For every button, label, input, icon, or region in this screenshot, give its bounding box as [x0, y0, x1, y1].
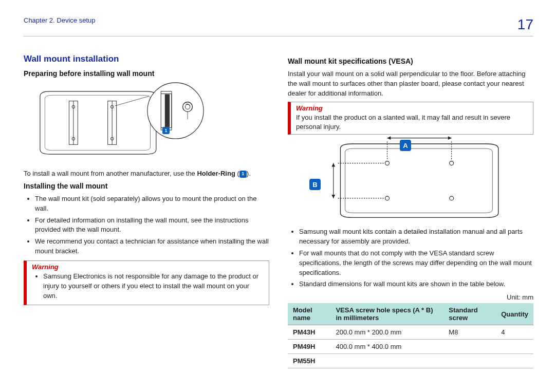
warning-text: If you install the product on a slanted … — [296, 113, 528, 133]
cell-spec: 200.0 mm * 200.0 mm — [330, 325, 443, 340]
cell-qty — [496, 354, 533, 368]
svg-point-16 — [450, 161, 454, 165]
svg-marker-23 — [448, 137, 452, 140]
vesa-bullets: Samsung wall mount kits contain a detail… — [288, 227, 533, 289]
holder-ring-bold: Holder-Ring — [197, 170, 235, 177]
caption-text: ( — [235, 170, 239, 177]
cell-model: PM49H — [288, 340, 330, 354]
caption-text: To install a wall mount from another man… — [24, 170, 197, 177]
chapter-label: Chapter 2. Device setup — [24, 16, 95, 24]
list-item: We recommend you contact a technician fo… — [35, 237, 269, 256]
table-row: PM55H — [288, 354, 533, 368]
cell-qty — [496, 340, 533, 354]
dimension-label-B: B — [309, 179, 321, 190]
list-item: Samsung Electronics is not responsible f… — [43, 272, 264, 301]
cell-qty: 4 — [496, 325, 533, 340]
warning-box-right: Warning If you install the product on a … — [288, 102, 533, 135]
th-screw: Standard screw — [443, 303, 496, 325]
table-row: PM43H 200.0 mm * 200.0 mm M8 4 — [288, 325, 533, 340]
caption-text: ). — [247, 170, 251, 177]
svg-rect-11 — [165, 94, 170, 127]
installing-bullets: The wall mount kit (sold separately) all… — [24, 194, 269, 256]
svg-marker-22 — [387, 137, 391, 140]
table-row: PM49H 400.0 mm * 400.0 mm — [288, 340, 533, 354]
list-item: For wall mounts that do not comply with … — [299, 249, 533, 278]
vesa-intro: Install your wall mount on a solid wall … — [288, 69, 533, 99]
th-spec: VESA screw hole specs (A * B) in millime… — [330, 303, 443, 325]
page-header: Chapter 2. Device setup 17 — [24, 16, 533, 36]
unit-label: Unit: mm — [288, 293, 533, 301]
cell-spec: 400.0 mm * 400.0 mm — [330, 340, 443, 354]
table-header-row: Model name VESA screw hole specs (A * B)… — [288, 303, 533, 325]
device-rear-illustration — [24, 82, 269, 164]
svg-marker-28 — [331, 195, 335, 199]
holder-ring-caption: To install a wall mount from another man… — [24, 169, 269, 179]
vesa-spec-table: Model name VESA screw hole specs (A * B)… — [288, 303, 533, 368]
figure-wall-mount-prep: 1 — [24, 82, 269, 164]
section-title: Wall mount installation — [24, 54, 269, 64]
svg-point-18 — [450, 196, 454, 200]
warning-list: Samsung Electronics is not responsible f… — [32, 272, 264, 301]
svg-marker-27 — [331, 163, 335, 167]
subheading-vesa: Wall mount kit specifications (VESA) — [288, 57, 533, 65]
list-item: For detailed information on installing t… — [35, 216, 269, 235]
cell-model: PM55H — [288, 354, 330, 368]
page-number: 17 — [517, 16, 533, 33]
subheading-installing: Installing the wall mount — [24, 182, 269, 190]
th-qty: Quantity — [496, 303, 533, 325]
list-item: The wall mount kit (sold separately) all… — [35, 194, 269, 214]
cell-screw — [443, 354, 496, 368]
list-item: Standard dimensions for wall mount kits … — [299, 279, 533, 289]
th-model: Model name — [288, 303, 330, 325]
cell-screw — [443, 340, 496, 354]
content-columns: Wall mount installation Preparing before… — [24, 54, 533, 368]
cell-model: PM43H — [288, 325, 330, 340]
cell-screw: M8 — [443, 325, 496, 340]
warning-box-left: Warning Samsung Electronics is not respo… — [24, 260, 269, 306]
subheading-preparing: Preparing before installing wall mount — [24, 69, 269, 78]
warning-title: Warning — [32, 263, 264, 271]
svg-line-8 — [115, 96, 149, 106]
figure-vesa-dimensions: A B — [288, 140, 533, 222]
left-column: Wall mount installation Preparing before… — [24, 54, 269, 368]
svg-point-17 — [385, 196, 389, 200]
svg-point-15 — [385, 161, 389, 165]
warning-title: Warning — [296, 104, 528, 112]
svg-point-9 — [147, 83, 203, 139]
holder-ring-ref-inline: 1 — [239, 171, 247, 178]
holder-ring-ref-label: 1 — [162, 127, 170, 134]
dimension-label-A: A — [400, 140, 411, 151]
right-column: Wall mount kit specifications (VESA) Ins… — [288, 54, 533, 368]
cell-spec — [330, 354, 443, 368]
